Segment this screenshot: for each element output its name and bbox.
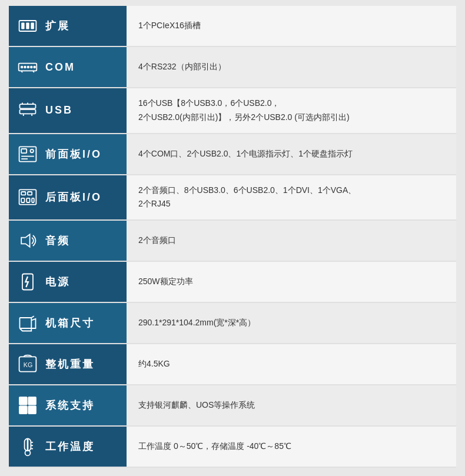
value-cell-usb: 16个USB【8个USB3.0，6个USB2.0，2个USB2.0(内部引出)】…: [127, 88, 456, 134]
svg-rect-21: [28, 192, 32, 195]
svg-rect-12: [20, 104, 36, 108]
value-cell-com: 4个RS232（内部引出）: [127, 46, 456, 88]
label-text-os: 系统支持: [45, 398, 95, 412]
label-cell-usb: USB: [9, 88, 127, 134]
svg-rect-13: [20, 109, 36, 114]
svg-rect-2: [26, 23, 29, 29]
spec-table: 扩展1个PCIeX16插槽 COM4个RS232（内部引出） USB16个USB…: [9, 6, 456, 468]
label-text-front-io: 前面板I/O: [45, 147, 102, 161]
row-os: 系统支持支持银河麒麟、UOS等操作系统: [9, 385, 456, 426]
label-text-dimension: 机箱尺寸: [45, 316, 95, 330]
value-cell-audio: 2个音频口: [127, 220, 456, 261]
label-cell-dimension: 机箱尺寸: [9, 302, 127, 344]
label-cell-expansion: 扩展: [9, 6, 127, 46]
svg-rect-31: [19, 397, 28, 405]
label-cell-front-io: 前面板I/O: [9, 134, 127, 175]
svg-rect-33: [19, 406, 28, 414]
svg-point-9: [34, 66, 35, 68]
label-text-expansion: 扩展: [45, 19, 70, 33]
row-power: 电源250W额定功率: [9, 261, 456, 302]
rear-panel-icon: [16, 185, 39, 209]
value-cell-expansion: 1个PCIeX16插槽: [127, 6, 456, 46]
value-cell-os: 支持银河麒麟、UOS等操作系统: [127, 385, 456, 426]
expansion-icon: [16, 14, 39, 38]
temperature-icon: [16, 435, 39, 458]
value-cell-rear-io: 2个音频口、8个USB3.0、6个USB2.0、1个DVI、1个VGA、2个RJ…: [127, 175, 456, 221]
label-text-power: 电源: [45, 275, 70, 289]
audio-icon: [16, 229, 39, 252]
label-text-weight: 整机重量: [45, 357, 95, 371]
svg-rect-27: [20, 318, 32, 328]
os-icon: [16, 394, 39, 417]
svg-rect-34: [28, 406, 36, 414]
svg-point-8: [31, 66, 32, 68]
row-dimension: 机箱尺寸290.1*291*104.2mm(宽*深*高）: [9, 302, 456, 344]
com-icon: [16, 55, 39, 79]
svg-point-5: [21, 66, 23, 68]
svg-point-16: [31, 149, 34, 152]
row-com: COM4个RS232（内部引出）: [9, 46, 456, 88]
value-cell-power: 250W额定功率: [127, 261, 456, 302]
front-panel-icon: [16, 142, 39, 166]
svg-rect-23: [26, 198, 29, 202]
weight-icon: KG: [16, 352, 39, 376]
row-expansion: 扩展1个PCIeX16插槽: [9, 6, 456, 46]
svg-rect-15: [21, 149, 26, 153]
label-text-com: COM: [45, 61, 75, 74]
label-cell-com: COM: [9, 46, 127, 88]
svg-point-7: [28, 66, 29, 68]
svg-marker-25: [21, 234, 29, 247]
dimension-icon: [16, 311, 39, 335]
label-cell-audio: 音频: [9, 220, 127, 261]
value-cell-front-io: 4个COM口、2个USB2.0、1个电源指示灯、1个硬盘指示灯: [127, 134, 456, 175]
row-usb: USB16个USB【8个USB3.0，6个USB2.0，2个USB2.0(内部引…: [9, 88, 456, 134]
label-cell-os: 系统支持: [9, 385, 127, 426]
svg-rect-20: [21, 192, 25, 195]
label-text-rear-io: 后面板I/O: [45, 190, 102, 204]
value-cell-dimension: 290.1*291*104.2mm(宽*深*高）: [127, 302, 456, 344]
svg-rect-1: [21, 23, 24, 29]
row-temperature: 工作温度工作温度 0～50℃，存储温度 -40℃～85℃: [9, 426, 456, 467]
row-audio: 音频2个音频口: [9, 220, 456, 261]
label-cell-rear-io: 后面板I/O: [9, 175, 127, 221]
row-weight: KG 整机重量约4.5KG: [9, 344, 456, 385]
svg-point-6: [24, 66, 26, 68]
svg-rect-3: [31, 23, 34, 29]
label-text-temperature: 工作温度: [45, 440, 95, 454]
label-text-audio: 音频: [45, 234, 70, 248]
svg-line-28: [31, 316, 34, 318]
label-text-usb: USB: [45, 104, 73, 116]
power-icon: [16, 270, 39, 294]
row-front-io: 前面板I/O4个COM口、2个USB2.0、1个电源指示灯、1个硬盘指示灯: [9, 134, 456, 175]
value-cell-temperature: 工作温度 0～50℃，存储温度 -40℃～85℃: [127, 426, 456, 467]
svg-rect-24: [32, 198, 34, 202]
label-cell-power: 电源: [9, 261, 127, 302]
value-cell-weight: 约4.5KG: [127, 344, 456, 385]
label-cell-weight: KG 整机重量: [9, 344, 127, 385]
svg-rect-22: [21, 198, 24, 202]
label-cell-temperature: 工作温度: [9, 426, 127, 467]
usb-icon: [16, 99, 39, 122]
row-rear-io: 后面板I/O2个音频口、8个USB3.0、6个USB2.0、1个DVI、1个VG…: [9, 175, 456, 221]
svg-text:KG: KG: [24, 362, 33, 369]
svg-rect-32: [28, 397, 36, 405]
